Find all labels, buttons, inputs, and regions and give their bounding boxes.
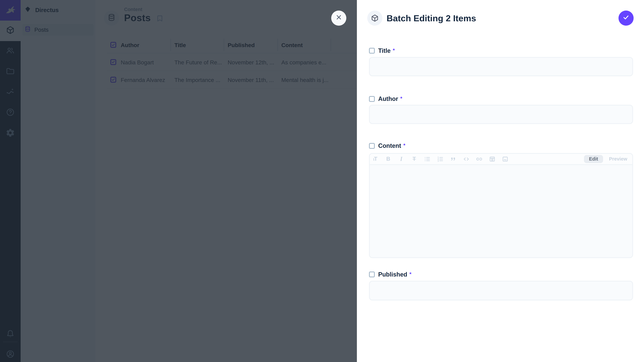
save-button[interactable] (618, 10, 634, 26)
tab-edit[interactable]: Edit (584, 155, 603, 163)
author-input[interactable] (369, 105, 633, 124)
editor-toolbar: tT B I T 1 2 3 (370, 154, 632, 165)
markdown-editor: tT B I T 1 2 3 (369, 153, 633, 258)
required-icon: ★ (392, 47, 395, 51)
batch-edit-drawer: Batch Editing 2 Items Title ★ Author ★ (357, 0, 644, 362)
editor-tabs: Edit Preview (584, 155, 632, 163)
check-icon (622, 13, 630, 22)
field-checkbox-published[interactable] (369, 272, 375, 277)
drawer-close-button[interactable] (331, 10, 346, 26)
field-label: Title (378, 47, 390, 54)
italic-icon[interactable]: I (398, 155, 405, 163)
field-label: Content (378, 142, 401, 149)
field-group-content: Content ★ (369, 142, 633, 150)
required-icon: ★ (409, 271, 412, 275)
text-size-icon[interactable]: tT (372, 155, 379, 163)
svg-text:3: 3 (438, 160, 439, 162)
bold-icon[interactable]: B (384, 155, 392, 163)
field-group-author: Author ★ (369, 95, 633, 103)
bulleted-list-icon[interactable] (424, 155, 431, 163)
image-icon[interactable] (502, 155, 509, 163)
field-group-title: Title ★ (369, 47, 633, 54)
code-icon[interactable] (462, 155, 470, 163)
close-icon (335, 14, 342, 22)
field-label: Published (378, 271, 407, 278)
title-input[interactable] (369, 57, 633, 76)
content-textarea[interactable] (370, 165, 632, 258)
blockquote-icon[interactable] (450, 155, 457, 163)
app: Directus Posts Content (0, 0, 644, 362)
table-icon[interactable] (488, 155, 496, 163)
required-icon: ★ (403, 142, 406, 146)
field-checkbox-content[interactable] (369, 143, 375, 149)
numbered-list-icon[interactable]: 1 2 3 (436, 155, 444, 163)
tab-preview[interactable]: Preview (609, 156, 627, 162)
strikethrough-icon[interactable]: T (410, 155, 418, 163)
field-group-published: Published ★ (369, 271, 633, 278)
field-checkbox-title[interactable] (369, 48, 375, 54)
link-icon[interactable] (476, 155, 483, 163)
field-checkbox-author[interactable] (369, 96, 375, 102)
cube-icon (367, 10, 382, 26)
required-icon: ★ (400, 95, 403, 99)
published-input[interactable] (369, 281, 633, 301)
drawer-title: Batch Editing 2 Items (386, 13, 476, 23)
field-label: Author (378, 95, 398, 102)
